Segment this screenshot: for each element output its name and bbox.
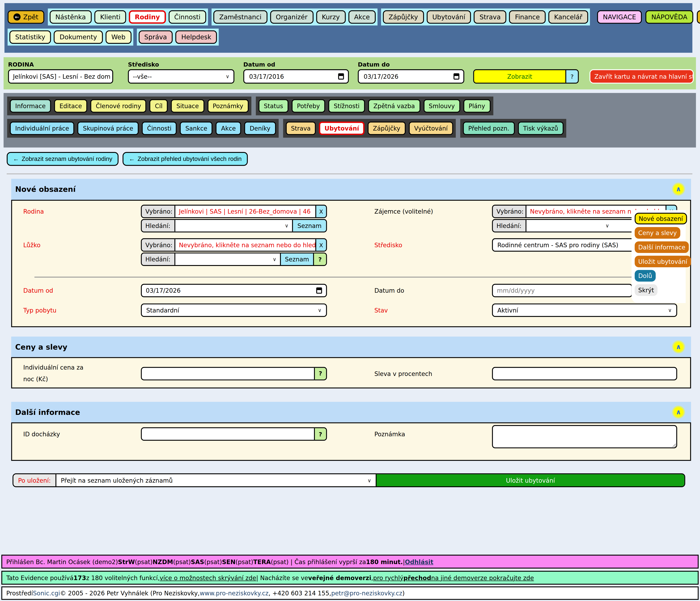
- tab-plany[interactable]: Plány: [463, 99, 491, 113]
- calendar-icon[interactable]: [338, 73, 344, 79]
- tab-vyuctovani[interactable]: Vyúčtování: [409, 122, 453, 135]
- nav-item-helpdesk[interactable]: Helpdesk: [175, 30, 217, 44]
- datum-do-filter-input-box: [358, 69, 464, 84]
- luzko-help-button[interactable]: ?: [313, 254, 326, 265]
- tab-individualni-prace[interactable]: Individuální práce: [10, 122, 74, 135]
- tab-sankce[interactable]: Sankce: [180, 122, 212, 135]
- nav-item-web[interactable]: Web: [105, 30, 131, 44]
- zajemce-search-select[interactable]: ∨: [526, 220, 642, 232]
- tab-skupinova-prace[interactable]: Skupinová práce: [78, 122, 139, 135]
- rodina-filter-select[interactable]: Jelínkovi [SAS] - Lesní - Bez dom: [8, 69, 113, 84]
- tab-informace[interactable]: Informace: [10, 99, 51, 113]
- nav-group-web: Statistiky Dokumenty Web: [8, 29, 133, 46]
- close-card-button[interactable]: Zavřít kartu a návrat na hlavní strá: [590, 69, 694, 84]
- nav-group-main: Nástěnka Klienti Rodiny Činnosti: [48, 8, 208, 25]
- nav-item-finance[interactable]: Finance: [509, 10, 546, 24]
- tab-situace[interactable]: Situace: [171, 99, 204, 113]
- quickmenu-ulozit-ubytovani[interactable]: Uložit ubytování: [635, 256, 691, 267]
- rodina-clear-button[interactable]: X: [315, 206, 326, 217]
- show-family-accommodation-list-button[interactable]: ← Zobrazit seznam ubytování rodiny: [7, 152, 119, 166]
- luzko-clear-button[interactable]: X: [315, 239, 326, 251]
- row-luzko-stredisko: Lůžko Vybráno: Nevybráno, klikněte na se…: [12, 238, 690, 266]
- tab-zpetna-vazba[interactable]: Zpětná vazba: [368, 99, 420, 113]
- nav-item-klienti[interactable]: Klienti: [94, 10, 126, 24]
- nav-item-cinnosti[interactable]: Činnosti: [169, 10, 206, 24]
- calendar-icon[interactable]: [316, 287, 322, 294]
- nav-item-nastenka[interactable]: Nástěnka: [49, 10, 92, 24]
- tab-prehled-pozn[interactable]: Přehled pozn.: [463, 122, 515, 135]
- poznamka-textarea[interactable]: [492, 425, 677, 448]
- collapse-icon[interactable]: ∧: [672, 182, 685, 196]
- odhlasit-button[interactable]: ODHLÁSIT: [697, 10, 700, 24]
- tab-akce[interactable]: Akce: [216, 122, 241, 135]
- nav-item-zamestnanci[interactable]: Zaměstnanci: [214, 10, 267, 24]
- collapse-icon[interactable]: ∧: [672, 406, 685, 419]
- stredisko-filter-label: Středisko: [128, 61, 159, 68]
- nav-item-rodiny[interactable]: Rodiny: [129, 10, 166, 24]
- zobrazit-help-button[interactable]: ?: [566, 70, 578, 83]
- quickmenu-dalsi-informace[interactable]: Další informace: [635, 241, 689, 253]
- footer-link[interactable]: petr@pro-neziskovky.cz: [331, 590, 402, 597]
- nav-item-kurzy[interactable]: Kurzy: [316, 10, 346, 24]
- nav-item-dokumenty[interactable]: Dokumenty: [54, 30, 103, 44]
- calendar-icon[interactable]: [453, 73, 459, 79]
- collapse-icon[interactable]: ∧: [672, 340, 685, 354]
- id-dochazky-input[interactable]: [142, 428, 314, 440]
- tab-cil[interactable]: Cíl: [150, 99, 168, 113]
- nav-item-zapujcky[interactable]: Zápůjčky: [383, 10, 424, 24]
- show-all-accommodation-overview-button[interactable]: ← Zobrazit přehled ubytování všech rodin: [123, 152, 248, 166]
- rodina-search-select[interactable]: ∨: [175, 220, 292, 232]
- tab-group-agenda: Status Potřeby Stížnosti Zpětná vazba Sm…: [256, 97, 493, 115]
- nav-item-akce[interactable]: Akce: [348, 10, 376, 24]
- quickmenu-ceny-a-slevy[interactable]: Ceny a slevy: [635, 227, 680, 239]
- tab-potreby[interactable]: Potřeby: [292, 99, 325, 113]
- stredisko-label: Středisko: [374, 238, 492, 249]
- sleva-input[interactable]: [492, 367, 677, 380]
- individualni-cena-input[interactable]: [142, 368, 314, 380]
- po-ulozeni-select[interactable]: Přejít na seznam uložených záznamů ∨: [56, 474, 376, 486]
- tab-cinnosti[interactable]: Činnosti: [142, 122, 177, 135]
- tab-ubytovani[interactable]: Ubytování: [319, 122, 365, 135]
- tab-status[interactable]: Status: [258, 99, 289, 113]
- tab-smlouvy[interactable]: Smlouvy: [423, 99, 460, 113]
- nav-item-organizer[interactable]: Organizér: [270, 10, 313, 24]
- footer-link[interactable]: www.pro-neziskovky.cz: [200, 590, 269, 597]
- datum-do-input[interactable]: [497, 287, 628, 294]
- stredisko-filter-select[interactable]: --vše-- ∨: [128, 69, 234, 84]
- tab-poznamky[interactable]: Poznámky: [207, 99, 249, 113]
- individualni-cena-help-button[interactable]: ?: [314, 368, 326, 380]
- footer-link[interactable]: Odhlásit: [405, 558, 433, 565]
- tab-clenove-rodiny[interactable]: Členové rodiny: [91, 99, 146, 113]
- tab-strava[interactable]: Strava: [285, 122, 316, 135]
- tab-stiznosti[interactable]: Stížnosti: [328, 99, 365, 113]
- datum-do-filter-input[interactable]: [363, 72, 450, 80]
- row-typ-stav: Typ pobytu Standardní ∨ Stav Aktivní ∨: [12, 304, 690, 317]
- tab-zapujcky[interactable]: Zápůjčky: [368, 122, 406, 135]
- datum-od-filter-input[interactable]: [248, 72, 335, 80]
- datum-od-input[interactable]: [146, 287, 313, 294]
- id-dochazky-help-button[interactable]: ?: [314, 428, 326, 440]
- save-accommodation-button[interactable]: Uložit ubytování: [376, 474, 684, 486]
- stav-select[interactable]: Aktivní ∨: [492, 304, 677, 317]
- id-dochazky-input-box: ?: [141, 427, 327, 441]
- typ-pobytu-select[interactable]: Standardní ∨: [141, 304, 327, 317]
- tab-deniky[interactable]: Deníky: [244, 122, 276, 135]
- nav-item-kancelar[interactable]: Kancelář: [548, 10, 588, 24]
- quickmenu-dolu[interactable]: Dolů: [635, 270, 656, 282]
- tab-tisk-vykazu[interactable]: Tisk výkazů: [518, 122, 564, 135]
- nav-item-ubytovani[interactable]: Ubytování: [427, 10, 471, 24]
- navigace-button[interactable]: NAVIGACE: [597, 10, 642, 24]
- nav-item-strava[interactable]: Strava: [474, 10, 506, 24]
- tab-editace[interactable]: Editace: [54, 99, 87, 113]
- nav-item-sprava[interactable]: Správa: [139, 30, 173, 44]
- luzko-seznam-button[interactable]: Seznam: [280, 254, 313, 265]
- nav-item-statistiky[interactable]: Statistiky: [9, 30, 51, 44]
- napoveda-button[interactable]: NÁPOVĚDA: [645, 10, 693, 24]
- quickmenu-nove-obsazeni[interactable]: Nové obsazení: [635, 213, 687, 224]
- zobrazit-button[interactable]: Zobrazit: [474, 70, 566, 83]
- back-button[interactable]: ← Zpět: [8, 10, 44, 24]
- luzko-search-select[interactable]: ∨: [175, 254, 280, 265]
- footer-link[interactable]: Sonic.cgi: [33, 590, 60, 597]
- quickmenu-skryt[interactable]: Skrýt: [635, 284, 658, 296]
- rodina-seznam-button[interactable]: Seznam: [292, 220, 326, 232]
